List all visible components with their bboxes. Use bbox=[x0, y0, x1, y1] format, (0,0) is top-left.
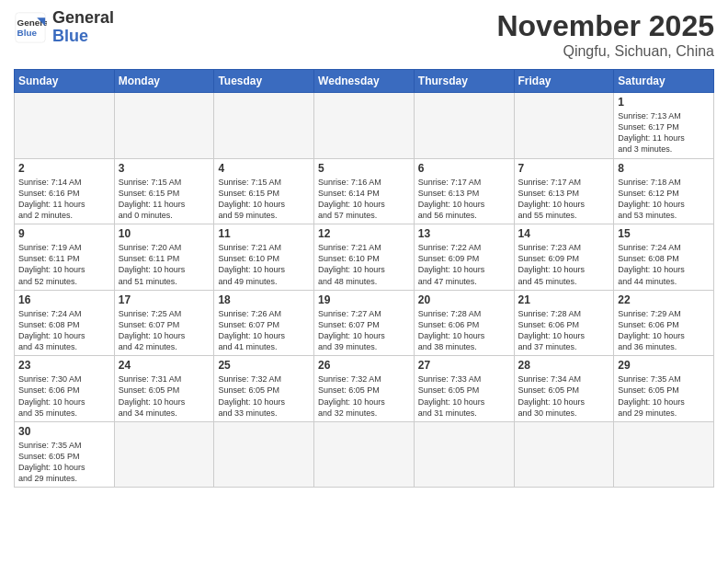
day-number: 4 bbox=[218, 162, 310, 175]
calendar-cell: 27Sunrise: 7:33 AM Sunset: 6:05 PM Dayli… bbox=[414, 356, 514, 422]
day-info: Sunrise: 7:15 AM Sunset: 6:15 PM Dayligh… bbox=[119, 177, 210, 222]
calendar-cell bbox=[114, 93, 214, 159]
day-number: 19 bbox=[318, 293, 410, 306]
calendar-cell: 12Sunrise: 7:21 AM Sunset: 6:10 PM Dayli… bbox=[314, 224, 415, 291]
calendar-row: 23Sunrise: 7:30 AM Sunset: 6:06 PM Dayli… bbox=[15, 356, 714, 422]
calendar-cell: 6Sunrise: 7:17 AM Sunset: 6:13 PM Daylig… bbox=[414, 158, 514, 224]
day-info: Sunrise: 7:26 AM Sunset: 6:07 PM Dayligh… bbox=[218, 308, 310, 353]
day-number: 3 bbox=[119, 162, 210, 175]
day-number: 26 bbox=[318, 359, 410, 372]
day-number: 14 bbox=[518, 227, 610, 240]
day-info: Sunrise: 7:23 AM Sunset: 6:09 PM Dayligh… bbox=[518, 242, 610, 287]
day-info: Sunrise: 7:25 AM Sunset: 6:07 PM Dayligh… bbox=[119, 308, 210, 353]
calendar-cell bbox=[614, 421, 714, 488]
calendar-cell bbox=[414, 93, 514, 159]
calendar: SundayMondayTuesdayWednesdayThursdayFrid… bbox=[14, 69, 714, 488]
svg-text:Blue: Blue bbox=[17, 28, 38, 38]
day-info: Sunrise: 7:15 AM Sunset: 6:15 PM Dayligh… bbox=[218, 177, 310, 222]
calendar-row: 9Sunrise: 7:19 AM Sunset: 6:11 PM Daylig… bbox=[15, 224, 714, 291]
day-info: Sunrise: 7:21 AM Sunset: 6:10 PM Dayligh… bbox=[318, 242, 410, 287]
calendar-cell: 13Sunrise: 7:22 AM Sunset: 6:09 PM Dayli… bbox=[414, 224, 514, 291]
day-number: 5 bbox=[318, 162, 410, 175]
day-info: Sunrise: 7:33 AM Sunset: 6:05 PM Dayligh… bbox=[418, 373, 510, 419]
day-number: 24 bbox=[119, 359, 210, 372]
calendar-cell: 9Sunrise: 7:19 AM Sunset: 6:11 PM Daylig… bbox=[15, 224, 115, 291]
calendar-cell: 1Sunrise: 7:13 AM Sunset: 6:17 PM Daylig… bbox=[614, 93, 714, 159]
location: Qingfu, Sichuan, China bbox=[496, 43, 714, 60]
day-number: 1 bbox=[618, 96, 710, 109]
day-number: 16 bbox=[18, 293, 110, 306]
day-info: Sunrise: 7:32 AM Sunset: 6:05 PM Dayligh… bbox=[318, 373, 410, 419]
day-number: 7 bbox=[518, 162, 610, 175]
weekday-header: Tuesday bbox=[214, 70, 314, 93]
calendar-cell: 25Sunrise: 7:32 AM Sunset: 6:05 PM Dayli… bbox=[214, 356, 314, 422]
day-info: Sunrise: 7:24 AM Sunset: 6:08 PM Dayligh… bbox=[18, 308, 110, 353]
day-info: Sunrise: 7:35 AM Sunset: 6:05 PM Dayligh… bbox=[18, 440, 110, 485]
calendar-cell: 15Sunrise: 7:24 AM Sunset: 6:08 PM Dayli… bbox=[614, 224, 714, 291]
day-info: Sunrise: 7:20 AM Sunset: 6:11 PM Dayligh… bbox=[119, 242, 210, 287]
logo-line2: Blue bbox=[52, 28, 114, 46]
title-block: November 2025 Qingfu, Sichuan, China bbox=[496, 9, 714, 60]
calendar-cell: 10Sunrise: 7:20 AM Sunset: 6:11 PM Dayli… bbox=[114, 224, 214, 291]
calendar-cell: 17Sunrise: 7:25 AM Sunset: 6:07 PM Dayli… bbox=[114, 290, 214, 356]
calendar-cell: 19Sunrise: 7:27 AM Sunset: 6:07 PM Dayli… bbox=[314, 290, 415, 356]
day-info: Sunrise: 7:14 AM Sunset: 6:16 PM Dayligh… bbox=[18, 177, 110, 222]
calendar-cell: 3Sunrise: 7:15 AM Sunset: 6:15 PM Daylig… bbox=[114, 158, 214, 224]
calendar-cell: 24Sunrise: 7:31 AM Sunset: 6:05 PM Dayli… bbox=[114, 356, 214, 422]
day-number: 23 bbox=[18, 359, 110, 372]
calendar-row: 2Sunrise: 7:14 AM Sunset: 6:16 PM Daylig… bbox=[15, 158, 714, 224]
logo-text: General Blue bbox=[52, 9, 114, 46]
calendar-row: 1Sunrise: 7:13 AM Sunset: 6:17 PM Daylig… bbox=[15, 93, 714, 159]
month-year: November 2025 bbox=[496, 9, 714, 43]
calendar-cell bbox=[214, 421, 314, 488]
calendar-cell bbox=[514, 93, 614, 159]
day-info: Sunrise: 7:30 AM Sunset: 6:06 PM Dayligh… bbox=[18, 373, 110, 419]
weekday-row: SundayMondayTuesdayWednesdayThursdayFrid… bbox=[15, 70, 714, 93]
calendar-cell: 2Sunrise: 7:14 AM Sunset: 6:16 PM Daylig… bbox=[15, 158, 115, 224]
calendar-cell: 21Sunrise: 7:28 AM Sunset: 6:06 PM Dayli… bbox=[514, 290, 614, 356]
day-info: Sunrise: 7:27 AM Sunset: 6:07 PM Dayligh… bbox=[318, 308, 410, 353]
calendar-cell: 14Sunrise: 7:23 AM Sunset: 6:09 PM Dayli… bbox=[514, 224, 614, 291]
day-number: 9 bbox=[18, 227, 110, 240]
day-info: Sunrise: 7:29 AM Sunset: 6:06 PM Dayligh… bbox=[618, 308, 710, 353]
calendar-cell: 18Sunrise: 7:26 AM Sunset: 6:07 PM Dayli… bbox=[214, 290, 314, 356]
day-info: Sunrise: 7:28 AM Sunset: 6:06 PM Dayligh… bbox=[418, 308, 510, 353]
calendar-row: 30Sunrise: 7:35 AM Sunset: 6:05 PM Dayli… bbox=[15, 421, 714, 488]
calendar-cell: 16Sunrise: 7:24 AM Sunset: 6:08 PM Dayli… bbox=[15, 290, 115, 356]
calendar-cell bbox=[314, 93, 415, 159]
day-number: 21 bbox=[518, 293, 610, 306]
day-info: Sunrise: 7:19 AM Sunset: 6:11 PM Dayligh… bbox=[18, 242, 110, 287]
calendar-cell: 26Sunrise: 7:32 AM Sunset: 6:05 PM Dayli… bbox=[314, 356, 415, 422]
day-info: Sunrise: 7:24 AM Sunset: 6:08 PM Dayligh… bbox=[618, 242, 710, 287]
day-number: 10 bbox=[119, 227, 210, 240]
day-number: 15 bbox=[618, 227, 710, 240]
calendar-header: SundayMondayTuesdayWednesdayThursdayFrid… bbox=[15, 70, 714, 93]
calendar-row: 16Sunrise: 7:24 AM Sunset: 6:08 PM Dayli… bbox=[15, 290, 714, 356]
day-number: 12 bbox=[318, 227, 410, 240]
day-info: Sunrise: 7:16 AM Sunset: 6:14 PM Dayligh… bbox=[318, 177, 410, 222]
day-info: Sunrise: 7:18 AM Sunset: 6:12 PM Dayligh… bbox=[618, 177, 710, 222]
calendar-cell bbox=[15, 93, 115, 159]
day-number: 13 bbox=[418, 227, 510, 240]
weekday-header: Wednesday bbox=[314, 70, 415, 93]
day-info: Sunrise: 7:31 AM Sunset: 6:05 PM Dayligh… bbox=[119, 373, 210, 419]
calendar-cell: 22Sunrise: 7:29 AM Sunset: 6:06 PM Dayli… bbox=[614, 290, 714, 356]
page: General Blue General Blue November 2025 … bbox=[0, 0, 728, 563]
calendar-cell bbox=[314, 421, 415, 488]
weekday-header: Thursday bbox=[414, 70, 514, 93]
day-number: 2 bbox=[18, 162, 110, 175]
day-number: 17 bbox=[119, 293, 210, 306]
day-info: Sunrise: 7:35 AM Sunset: 6:05 PM Dayligh… bbox=[618, 373, 710, 419]
weekday-header: Sunday bbox=[15, 70, 115, 93]
logo-icon: General Blue bbox=[14, 11, 47, 44]
calendar-cell bbox=[214, 93, 314, 159]
calendar-cell bbox=[514, 421, 614, 488]
logo: General Blue General Blue bbox=[14, 9, 114, 46]
day-info: Sunrise: 7:34 AM Sunset: 6:05 PM Dayligh… bbox=[518, 373, 610, 419]
weekday-header: Saturday bbox=[614, 70, 714, 93]
day-number: 22 bbox=[618, 293, 710, 306]
logo-line1: General bbox=[52, 9, 114, 28]
day-number: 6 bbox=[418, 162, 510, 175]
calendar-cell bbox=[114, 421, 214, 488]
day-info: Sunrise: 7:22 AM Sunset: 6:09 PM Dayligh… bbox=[418, 242, 510, 287]
